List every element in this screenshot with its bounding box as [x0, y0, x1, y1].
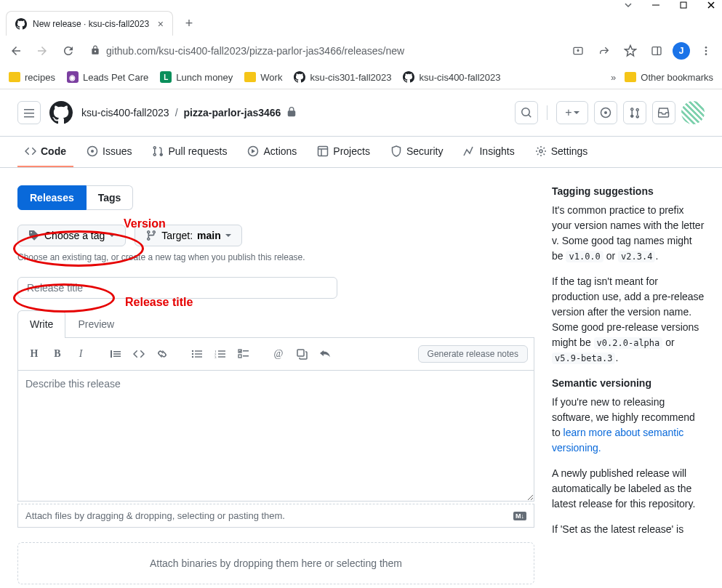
nav-actions[interactable]: Actions	[240, 137, 304, 167]
nav-pulls[interactable]: Pull requests	[145, 137, 234, 167]
browser-tab[interactable]: New release · ksu-cis-fall2023 ×	[6, 11, 173, 36]
nav-insights[interactable]: Insights	[456, 137, 521, 167]
nav-projects[interactable]: Projects	[310, 137, 377, 167]
tab-bar: New release · ksu-cis-fall2023 × +	[0, 10, 722, 36]
bookmark-recipes[interactable]: recipes	[9, 72, 55, 83]
close-button[interactable]	[706, 0, 716, 10]
profile-avatar[interactable]: J	[673, 42, 690, 60]
repo-link[interactable]: pizza-parlor-jas3466	[184, 107, 281, 118]
svg-rect-1	[681, 2, 686, 8]
nav-settings[interactable]: Settings	[528, 137, 595, 167]
url-bar[interactable]: github.com/ksu-cis400-fall2023/pizza-par…	[84, 45, 562, 57]
heading-button[interactable]: H	[24, 344, 44, 364]
branch-icon	[145, 230, 157, 241]
write-tab[interactable]: Write	[17, 310, 65, 338]
tab-title: New release · ksu-cis-fall2023	[33, 19, 152, 29]
latest-text: A newly published release will automatic…	[552, 466, 705, 512]
site-icon: L	[160, 71, 172, 83]
github-logo-icon[interactable]	[49, 101, 73, 124]
nav-code[interactable]: Code	[17, 137, 73, 167]
mention-button[interactable]: @	[268, 344, 289, 364]
breadcrumb: ksu-cis400-fall2023 / pizza-parlor-jas34…	[81, 107, 297, 119]
target-branch-button[interactable]: Target: main	[135, 225, 242, 246]
tag-icon	[28, 230, 40, 241]
minimize-button[interactable]	[651, 0, 661, 10]
maximize-button[interactable]	[678, 0, 689, 10]
install-app-icon[interactable]	[568, 41, 588, 61]
bookmark-lunch[interactable]: LLunch money	[160, 71, 233, 83]
create-new-button[interactable]: +	[556, 101, 588, 124]
release-main: Releases Tags Choose a tag Target: main …	[17, 185, 534, 584]
svg-rect-22	[195, 356, 202, 357]
svg-rect-32	[243, 355, 249, 357]
dropdown-icon[interactable]	[623, 0, 633, 10]
svg-point-7	[705, 53, 707, 55]
inbox-button[interactable]	[652, 101, 675, 124]
tags-tab[interactable]: Tags	[87, 185, 134, 210]
side-panel-icon[interactable]	[646, 41, 667, 61]
preview-tab[interactable]: Preview	[65, 310, 127, 337]
owner-link[interactable]: ksu-cis400-fall2023	[81, 107, 169, 118]
releases-tab[interactable]: Releases	[17, 185, 87, 210]
tagging-text-2: If the tag isn't meant for production us…	[552, 274, 705, 366]
lock-icon	[90, 45, 100, 57]
cross-reference-button[interactable]	[292, 344, 312, 364]
editor-toolbar: H B I 123 @ Generate release	[17, 338, 534, 371]
release-body: Releases Tags Choose a tag Target: main …	[0, 168, 722, 588]
svg-point-6	[705, 50, 707, 52]
nav-issues[interactable]: Issues	[79, 137, 139, 167]
repo-header: ksu-cis400-fall2023 / pizza-parlor-jas34…	[0, 89, 722, 137]
browser-menu-icon[interactable]	[696, 41, 716, 61]
release-sidebar: Tagging suggestions It's common practice…	[552, 185, 705, 584]
link-button[interactable]	[152, 344, 172, 364]
github-favicon-icon	[15, 18, 27, 30]
repo-nav: Code Issues Pull requests Actions Projec…	[0, 137, 722, 168]
quote-button[interactable]	[105, 344, 126, 364]
pull-requests-button[interactable]	[623, 101, 646, 124]
hamburger-menu[interactable]	[17, 101, 41, 124]
bookmark-work[interactable]: Work	[244, 72, 282, 83]
choose-tag-button[interactable]: Choose a tag	[17, 225, 126, 246]
bookmark-star-icon[interactable]	[620, 41, 641, 61]
reply-button[interactable]	[315, 344, 335, 364]
bookmark-cis400[interactable]: ksu-cis400-fall2023	[403, 71, 500, 83]
code-button[interactable]	[129, 344, 149, 364]
release-title-input[interactable]	[17, 277, 337, 299]
description-textarea[interactable]	[17, 371, 534, 502]
bookmarks-overflow-icon[interactable]: »	[611, 72, 616, 83]
site-icon: ◉	[67, 71, 79, 83]
svg-point-9	[604, 111, 607, 114]
task-list-button[interactable]	[233, 344, 254, 364]
ordered-list-button[interactable]: 123	[210, 344, 230, 364]
private-lock-icon	[286, 107, 297, 119]
caret-down-icon	[225, 233, 231, 238]
issues-button[interactable]	[594, 101, 617, 124]
svg-rect-13	[318, 147, 328, 156]
user-avatar[interactable]	[681, 101, 705, 124]
back-button[interactable]	[6, 41, 26, 61]
italic-button[interactable]: I	[71, 344, 91, 364]
other-bookmarks[interactable]: Other bookmarks	[625, 72, 713, 83]
generate-notes-button[interactable]: Generate release notes	[418, 345, 528, 363]
semver-link[interactable]: learn more about semantic versioning.	[552, 427, 683, 454]
page-scroll[interactable]: ksu-cis400-fall2023 / pizza-parlor-jas34…	[0, 89, 722, 588]
tagging-heading: Tagging suggestions	[552, 185, 705, 197]
url-text: github.com/ksu-cis400-fall2023/pizza-par…	[106, 45, 404, 57]
bookmark-leads[interactable]: ◉Leads Pet Care	[67, 71, 148, 83]
svg-point-16	[540, 150, 542, 153]
svg-rect-26	[218, 350, 225, 351]
svg-point-17	[192, 350, 193, 352]
bookmark-cis301[interactable]: ksu-cis301-fall2023	[294, 71, 391, 83]
attach-files-hint[interactable]: Attach files by dragging & dropping, sel…	[17, 504, 534, 528]
nav-security[interactable]: Security	[383, 137, 451, 167]
bold-button[interactable]: B	[47, 344, 68, 364]
reload-button[interactable]	[58, 41, 79, 61]
forward-button[interactable]	[32, 41, 52, 61]
new-tab-button[interactable]: +	[179, 13, 199, 33]
tab-close-icon[interactable]: ×	[158, 18, 164, 30]
search-button[interactable]	[515, 101, 538, 124]
share-icon[interactable]	[594, 41, 614, 61]
github-icon	[403, 71, 414, 83]
binary-dropzone[interactable]: Attach binaries by dropping them here or…	[17, 542, 534, 584]
unordered-list-button[interactable]	[187, 344, 207, 364]
